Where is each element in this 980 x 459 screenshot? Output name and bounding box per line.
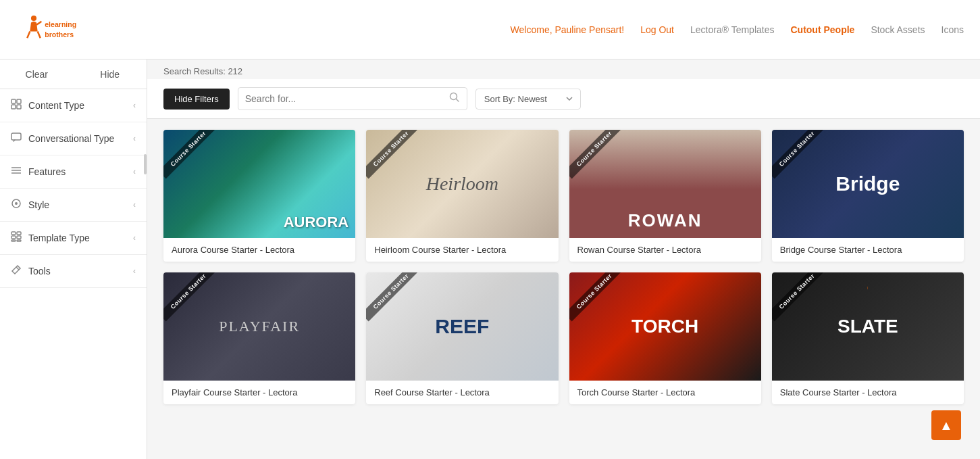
svg-line-3 bbox=[36, 21, 41, 24]
card-heirloom[interactable]: Heirloom Course Starter Heirloom Course … bbox=[366, 130, 558, 262]
sort-select[interactable]: Sort By: Newest Sort By: Oldest Sort By:… bbox=[475, 89, 581, 110]
svg-text:brothers: brothers bbox=[45, 30, 74, 38]
filter-bar: Hide Filters Sort By: Newest Sort By: Ol… bbox=[147, 79, 980, 119]
nav-right: Welcome, Pauline Pensart! Log Out Lector… bbox=[511, 24, 964, 35]
svg-line-24 bbox=[456, 99, 459, 102]
card-playfair[interactable]: PLAYFAIR Course Starter Playfair Course … bbox=[163, 272, 355, 404]
svg-rect-9 bbox=[17, 105, 21, 109]
main-content: Search Results: 212 Hide Filters Sort By… bbox=[147, 59, 980, 459]
sidebar-label-content-type: Content Type bbox=[28, 100, 84, 111]
card-rowan[interactable]: ROWAN Course Starter Rowan Course Starte… bbox=[569, 130, 761, 262]
course-badge-text-heirloom: Course Starter bbox=[366, 130, 420, 178]
svg-text:elearning: elearning bbox=[45, 20, 76, 28]
sidebar-label-template-type: Template Type bbox=[28, 233, 90, 243]
course-badge-text-reef: Course Starter bbox=[366, 272, 420, 321]
grid-icon bbox=[11, 99, 22, 112]
svg-point-0 bbox=[31, 15, 36, 20]
search-results-count: 212 bbox=[228, 66, 242, 76]
card-label-slate: Slate Course Starter - Lectora bbox=[772, 381, 964, 404]
card-bridge[interactable]: Bridge Course Starter Bridge Course Star… bbox=[772, 130, 964, 262]
logo-area: elearning brothers bbox=[16, 9, 104, 50]
svg-line-22 bbox=[16, 267, 19, 270]
chevron-icon-conversational-type: ‹ bbox=[133, 134, 136, 143]
card-img-reef: REEF Course Starter bbox=[366, 272, 558, 381]
hide-filters-button[interactable]: Hide Filters bbox=[163, 89, 230, 110]
sidebar-item-style[interactable]: Style ‹ bbox=[0, 189, 147, 222]
card-title-rowan: ROWAN bbox=[628, 210, 702, 231]
card-label-rowan: Rowan Course Starter - Lectora bbox=[569, 238, 761, 262]
nav-stock[interactable]: Stock Assets bbox=[871, 24, 925, 35]
course-badge-bridge: Course Starter bbox=[772, 130, 826, 184]
course-badge-text-torch: Course Starter bbox=[569, 272, 623, 321]
sidebar-item-content-type[interactable]: Content Type ‹ bbox=[0, 89, 147, 122]
chevron-icon-template-type: ‹ bbox=[133, 233, 136, 243]
course-badge-playfair: Course Starter bbox=[163, 272, 217, 327]
card-img-aurora: AURORA Course Starter bbox=[163, 130, 355, 238]
card-reef[interactable]: REEF Course Starter Reef Course Starter … bbox=[366, 272, 558, 404]
svg-rect-21 bbox=[17, 240, 21, 241]
svg-rect-16 bbox=[11, 232, 16, 235]
nav-lectora[interactable]: Lectora® Templates bbox=[690, 24, 774, 35]
course-badge-torch: Course Starter bbox=[569, 272, 623, 327]
card-title-aurora: AURORA bbox=[284, 214, 349, 231]
card-img-playfair: PLAYFAIR Course Starter bbox=[163, 272, 355, 381]
style-icon bbox=[11, 198, 22, 212]
card-title-bridge: Bridge bbox=[835, 172, 900, 195]
course-badge-heirloom: Course Starter bbox=[366, 130, 420, 184]
sidebar-label-style: Style bbox=[28, 199, 49, 210]
card-img-torch: TORCH Course Starter bbox=[569, 272, 761, 381]
sidebar-item-features[interactable]: Features ‹ bbox=[0, 155, 147, 189]
sidebar-item-tools[interactable]: Tools ‹ bbox=[0, 255, 147, 288]
clear-button[interactable]: Clear bbox=[0, 59, 74, 89]
search-results-label: Search Results: bbox=[163, 66, 226, 76]
card-title-reef: REEF bbox=[435, 315, 489, 338]
nav-cutout[interactable]: Cutout People bbox=[790, 24, 854, 35]
course-badge-text-aurora: Course Starter bbox=[163, 130, 217, 178]
card-title-playfair: PLAYFAIR bbox=[219, 318, 300, 335]
course-badge-slate: Course Starter bbox=[772, 272, 826, 327]
chevron-icon-style: ‹ bbox=[133, 200, 136, 210]
course-badge-rowan: Course Starter bbox=[569, 130, 623, 184]
svg-rect-19 bbox=[17, 236, 21, 239]
card-torch[interactable]: TORCH Course Starter Torch Course Starte… bbox=[569, 272, 761, 404]
sidebar-label-conversational-type: Conversational Type bbox=[28, 133, 114, 144]
svg-line-1 bbox=[27, 31, 30, 38]
card-label-reef: Reef Course Starter - Lectora bbox=[366, 381, 558, 404]
card-slate[interactable]: | SLATE Course Starter Slate Course Star… bbox=[772, 272, 964, 404]
chat-icon bbox=[11, 132, 22, 145]
card-grid: AURORA Course Starter Aurora Course Star… bbox=[147, 119, 980, 415]
welcome-text: Welcome, Pauline Pensart! bbox=[511, 24, 625, 35]
search-input[interactable] bbox=[245, 93, 449, 104]
nav-icons[interactable]: Icons bbox=[942, 24, 964, 35]
sidebar-label-features: Features bbox=[28, 166, 66, 177]
sidebar-scroll: Content Type ‹ Conversational Type ‹ bbox=[0, 89, 147, 459]
svg-rect-18 bbox=[11, 236, 16, 239]
svg-rect-20 bbox=[11, 240, 16, 241]
logout-button[interactable]: Log Out bbox=[640, 24, 674, 35]
card-label-torch: Torch Course Starter - Lectora bbox=[569, 381, 761, 404]
svg-line-2 bbox=[38, 31, 41, 38]
svg-point-15 bbox=[15, 202, 18, 205]
card-title-slate: SLATE bbox=[837, 316, 898, 337]
logo-icon: elearning brothers bbox=[16, 9, 104, 50]
card-img-slate: | SLATE Course Starter bbox=[772, 272, 964, 381]
svg-rect-10 bbox=[11, 133, 21, 140]
card-title-heirloom: Heirloom bbox=[426, 173, 498, 195]
list-icon bbox=[11, 165, 22, 178]
course-badge-text-bridge: Course Starter bbox=[772, 130, 826, 178]
card-img-bridge: Bridge Course Starter bbox=[772, 130, 964, 238]
search-icon bbox=[449, 92, 460, 105]
course-badge-reef: Course Starter bbox=[366, 272, 420, 327]
sidebar-item-conversational-type[interactable]: Conversational Type ‹ bbox=[0, 122, 147, 155]
card-img-rowan: ROWAN Course Starter bbox=[569, 130, 761, 238]
card-aurora[interactable]: AURORA Course Starter Aurora Course Star… bbox=[163, 130, 355, 262]
template-icon bbox=[11, 231, 22, 245]
course-badge-aurora: Course Starter bbox=[163, 130, 217, 184]
scroll-top-button[interactable]: ▲ bbox=[931, 410, 961, 440]
search-results: Search Results: 212 bbox=[147, 59, 980, 79]
svg-rect-8 bbox=[11, 105, 16, 109]
sidebar-item-template-type[interactable]: Template Type ‹ bbox=[0, 222, 147, 255]
hide-button[interactable]: Hide bbox=[74, 59, 147, 89]
header: elearning brothers Welcome, Pauline Pens… bbox=[0, 0, 980, 59]
chevron-icon-content-type: ‹ bbox=[133, 101, 136, 110]
